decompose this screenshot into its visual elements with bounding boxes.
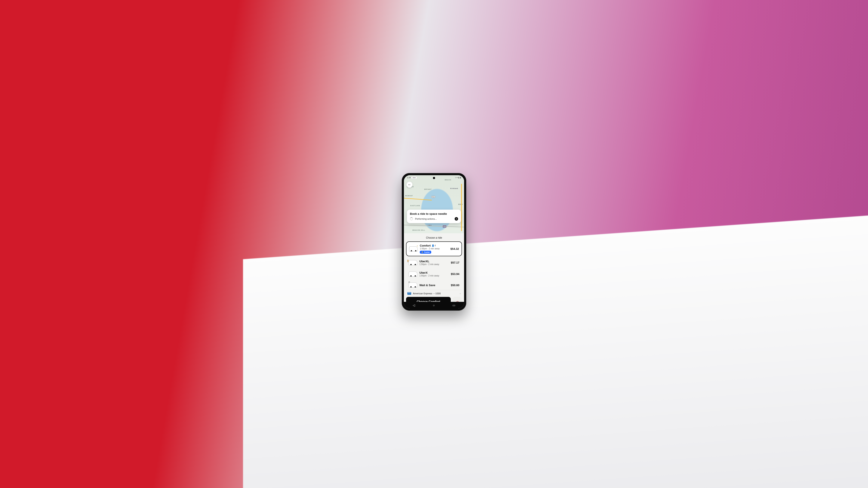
ride-eta: 1:56pm · 2 min away — [420, 263, 448, 265]
map-label: EASTLAKE — [410, 205, 420, 206]
route-shield: 513 — [431, 196, 435, 198]
close-icon: ✕ — [456, 218, 457, 220]
phone-screen: 1:29 ᚼ ▾ ▮ ▮ Uber ← BEACH BRYANT Kirklan… — [404, 175, 464, 308]
choose-ride-button[interactable]: Choose Comfort — [406, 297, 451, 302]
assistant-status: Performing actions... — [415, 218, 453, 220]
spinner-icon — [410, 217, 413, 220]
photo-scene: 1:29 ᚼ ▾ ▮ ▮ Uber ← BEACH BRYANT Kirklan… — [0, 0, 868, 488]
car-icon — [409, 260, 417, 265]
map-label: BRID — [458, 203, 463, 205]
phone-frame: 1:29 ᚼ ▾ ▮ ▮ Uber ← BEACH BRYANT Kirklan… — [402, 173, 466, 311]
nav-back-icon[interactable]: ◁ — [413, 303, 415, 307]
ride-name: UberX — [420, 271, 448, 274]
ride-eta: 1:56pm · 2 min away — [420, 274, 448, 277]
status-icons: ᚼ ▾ ▮ ▮ — [455, 176, 461, 178]
ride-price: $57.17 — [451, 261, 459, 264]
schedule-button[interactable]: 🚗 — [453, 297, 462, 302]
assistant-card: Book a ride to space needle Performing a… — [407, 209, 461, 223]
bluetooth-icon: ᚼ — [455, 176, 456, 178]
person-icon: 👤 — [432, 245, 434, 247]
map-road — [404, 198, 432, 200]
ride-sheet: Choose a ride Comfort 👤 4 — [404, 233, 464, 302]
status-time: 1:29 — [407, 176, 411, 178]
map-road — [461, 184, 462, 231]
capacity: 👤 4 — [432, 245, 436, 247]
ride-option-comfort[interactable]: Comfort 👤 4 1:56pm · 2 min away ⚡ Faster — [406, 241, 462, 256]
cta-row: Choose Comfort 🚗 — [406, 297, 462, 302]
app-pill: Uber — [411, 176, 417, 179]
ride-price: $50.60 — [451, 284, 459, 287]
ride-list: Comfort 👤 4 1:56pm · 2 min away ⚡ Faster — [406, 241, 462, 290]
ride-name: Wait & Save — [420, 284, 448, 287]
android-nav-bar: ◁ ○ ▭ — [404, 302, 464, 308]
assistant-title: Book a ride to space needle — [410, 212, 458, 216]
battery-icon: ▮ — [460, 176, 461, 178]
car-icon — [409, 283, 417, 288]
badge-label: Faster — [424, 251, 430, 253]
capacity-value: 4 — [435, 245, 436, 247]
map-label: REMONT — [405, 195, 413, 196]
payment-selector[interactable]: American Express ····1000 › — [406, 290, 462, 297]
arrow-left-icon: ← — [408, 183, 411, 187]
ride-option-uberxl[interactable]: UberXL 1:56pm · 2 min away $57.17 — [406, 258, 462, 268]
nav-recents-icon[interactable]: ▭ — [453, 303, 455, 307]
bolt-icon: ⚡ — [421, 251, 424, 253]
nav-home-icon[interactable]: ○ — [433, 303, 435, 307]
map-road — [404, 225, 464, 227]
wifi-icon: ▾ — [457, 176, 458, 178]
map-label: BEACON HILL — [412, 229, 425, 231]
faster-badge: ⚡ Faster — [420, 251, 431, 254]
ride-name: Comfort — [420, 244, 431, 247]
ride-name: UberXL — [420, 260, 448, 263]
map-label: Kirkland — [451, 188, 458, 189]
table-surface — [243, 209, 868, 488]
car-icon — [409, 247, 417, 252]
chevron-right-icon: › — [460, 292, 461, 295]
ride-option-uberx[interactable]: UberX 1:56pm · 2 min away $53.94 — [406, 269, 462, 279]
ride-price: $54.32 — [451, 247, 459, 251]
back-button[interactable]: ← — [406, 182, 412, 188]
car-icon — [409, 271, 417, 277]
signal-icon: ▮ — [458, 176, 459, 178]
ride-price: $53.94 — [451, 272, 459, 275]
ride-option-wait-save[interactable]: Wait & Save $50.60 — [406, 280, 462, 290]
ride-eta: 1:56pm · 2 min away — [420, 248, 448, 250]
payment-label: American Express ····1000 — [413, 292, 441, 295]
amex-card-icon — [407, 292, 411, 295]
calendar-clock-icon: 🚗 — [455, 300, 459, 302]
map-label: BRYANT — [424, 189, 432, 190]
sheet-heading: Choose a ride — [406, 235, 462, 241]
punch-hole-camera — [433, 177, 435, 179]
assistant-close-button[interactable]: ✕ — [455, 217, 458, 221]
map-view[interactable]: Uber ← BEACH BRYANT Kirkland EASTLAKE BE… — [404, 175, 464, 233]
